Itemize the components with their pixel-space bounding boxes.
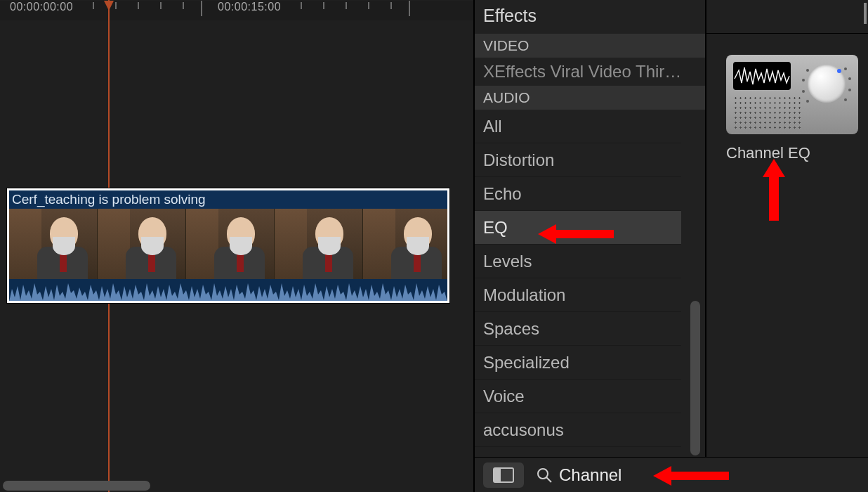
clip-audio-waveform bbox=[9, 279, 447, 302]
timecode-0: 00:00:00:00 bbox=[10, 1, 73, 13]
effects-category-accusonus[interactable]: accusonus bbox=[475, 413, 681, 447]
panel-edge bbox=[864, 3, 867, 24]
effects-category-eq[interactable]: EQ bbox=[475, 211, 681, 245]
effect-thumbnail[interactable] bbox=[726, 55, 858, 134]
effects-group-video: VIDEO bbox=[475, 34, 705, 58]
timecode-1: 00:00:15:00 bbox=[218, 1, 281, 13]
effects-category-modulation[interactable]: Modulation bbox=[475, 278, 681, 312]
effects-category-echo[interactable]: Echo bbox=[475, 177, 681, 211]
annotation-arrow-preview bbox=[760, 159, 788, 221]
effects-category-voice[interactable]: Voice bbox=[475, 380, 681, 413]
waveform-icon bbox=[733, 62, 791, 90]
effects-category-list: All Distortion Echo EQ Levels Modulation… bbox=[475, 110, 681, 447]
svg-marker-1 bbox=[763, 159, 785, 221]
search-icon bbox=[537, 467, 552, 483]
timeline-panel[interactable]: 00:00:00:00 00:00:15:00 Cerf_teaching is… bbox=[0, 0, 475, 492]
knob-icon bbox=[808, 65, 846, 103]
effects-panel-title: Effects bbox=[475, 0, 705, 34]
effects-video-item[interactable]: XEffects Viral Video Thir… bbox=[475, 58, 705, 86]
timeline-ruler[interactable]: 00:00:00:00 00:00:15:00 bbox=[0, 1, 473, 20]
effects-category-distortion[interactable]: Distortion bbox=[475, 143, 681, 177]
clip-title: Cerf_teaching is problem solving bbox=[9, 190, 447, 209]
effects-bottom-bar: Channel bbox=[475, 457, 868, 492]
effects-category-levels[interactable]: Levels bbox=[475, 245, 681, 278]
timeline-clip[interactable]: Cerf_teaching is problem solving bbox=[7, 188, 449, 303]
svg-point-4 bbox=[538, 469, 548, 479]
layout-icon bbox=[493, 467, 514, 483]
effect-name: Channel EQ bbox=[726, 144, 858, 162]
effects-category-all[interactable]: All bbox=[475, 110, 681, 143]
layout-toggle-button[interactable] bbox=[483, 462, 524, 488]
effects-category-spaces[interactable]: Spaces bbox=[475, 312, 681, 346]
effects-search-field[interactable]: Channel bbox=[537, 465, 860, 485]
effects-category-specialized[interactable]: Specialized bbox=[475, 346, 681, 380]
search-value: Channel bbox=[559, 465, 622, 485]
effect-preview[interactable]: Channel EQ bbox=[726, 55, 858, 162]
svg-line-5 bbox=[546, 477, 551, 482]
effects-scrollbar[interactable] bbox=[690, 301, 700, 455]
effects-preview-panel: Channel EQ Channel bbox=[706, 0, 868, 492]
timeline-horizontal-scrollbar[interactable] bbox=[3, 481, 150, 491]
effects-group-audio: AUDIO bbox=[475, 86, 705, 110]
svg-rect-3 bbox=[494, 468, 501, 482]
clip-thumbnails bbox=[9, 209, 447, 279]
effects-panel: Effects VIDEO XEffects Viral Video Thir…… bbox=[475, 0, 706, 492]
preview-toolbar bbox=[706, 0, 868, 34]
